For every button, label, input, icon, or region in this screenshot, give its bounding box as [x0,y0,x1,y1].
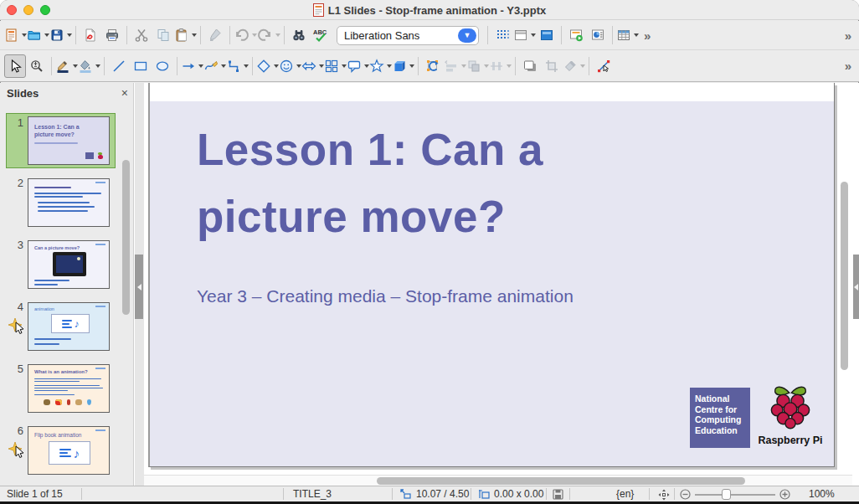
select-tool-button[interactable] [4,54,26,78]
document-modified-icon[interactable] [553,489,563,500]
slide-number: 6 [3,424,23,437]
slides-panel-scrollbar-thumb[interactable] [122,160,130,315]
flowchart-shapes-button[interactable] [324,54,347,78]
vertical-scrollbar[interactable] [841,83,849,475]
zoom-pan-button[interactable] [26,54,48,78]
insert-table-button[interactable] [616,23,639,47]
slide-6-thumbnail[interactable]: Flip book animation ♪ [28,426,110,475]
spelling-button[interactable]: ABC [310,23,332,47]
find-replace-button[interactable] [288,23,310,47]
print-button[interactable] [101,23,123,47]
zoom-level-status[interactable]: 100% [809,488,835,500]
start-slideshow-button[interactable] [565,23,587,47]
curves-polygons-button[interactable] [203,54,226,78]
distribute-button[interactable] [489,54,512,78]
font-dropdown-button[interactable]: ▼ [458,28,476,43]
cut-button[interactable] [131,23,152,47]
object-size-status[interactable]: 0.00 x 0.00 [494,488,543,500]
slide-1-thumbnail[interactable]: Lesson 1: Can a picture move? [28,116,110,165]
3d-objects-button[interactable] [392,54,414,78]
redo-button[interactable] [257,23,280,47]
zoom-slider-track[interactable] [695,494,775,496]
stars-banners-button[interactable] [369,54,392,78]
thumb-title: Flip book animation [34,432,81,438]
rectangle-button[interactable] [130,54,152,78]
master-slide-button[interactable] [536,23,558,47]
rotate-button[interactable] [422,54,444,78]
animation-star-indicator [8,441,27,460]
thumb-picture [53,252,86,276]
thumb-emoji-row [44,399,91,405]
block-arrows-button[interactable] [301,54,324,78]
new-document-button[interactable] [4,23,27,47]
font-name-value: Liberation Sans [344,29,419,42]
more-commands-chevron[interactable]: » [639,28,654,43]
crop-image-button[interactable] [541,54,563,78]
thumb-media-placeholder: ♪ [49,441,90,465]
copy-button[interactable] [152,23,174,47]
ncce-logo[interactable]: National Centre for Computing Education [690,388,750,448]
thumb-link-tag [95,368,105,369]
image-filter-button[interactable] [563,54,585,78]
fit-slide-icon[interactable] [658,489,670,501]
insert-chart-button[interactable] [587,23,609,47]
shadow-button[interactable] [519,54,541,78]
cursor-position-icon [400,489,411,499]
fill-color-button[interactable] [78,54,100,78]
standard-toolbar: ABC Liberation Sans ▼ » » [0,21,859,50]
cursor-position-status[interactable]: 10.07 / 4.50 [416,488,469,500]
font-name-combobox[interactable]: Liberation Sans ▼ [337,26,479,45]
thumb-title: Lesson 1: Can a picture move? [34,123,88,138]
zoom-slider-knob[interactable] [722,489,731,500]
slide-title-line2: picture move? [197,183,666,250]
slide-subtitle[interactable]: Year 3 – Creating media – Stop-frame ani… [197,286,574,306]
thumb-ncce-logo [85,152,94,159]
basic-shapes-button[interactable] [256,54,279,78]
align-objects-button[interactable] [444,54,466,78]
show-sidebar-handle[interactable] [853,255,859,319]
thumb-title: What is an animation? [34,369,88,374]
display-grid-button[interactable] [491,23,513,47]
slide-workspace: Lesson 1: Can a picture move? Year 3 – C… [144,83,852,486]
slides-panel: Slides × 1 Lesson 1: Can a picture move? [0,83,134,486]
text-language-status[interactable]: {en} [616,488,634,500]
display-views-button[interactable] [513,23,536,47]
export-pdf-button[interactable] [80,23,101,47]
hide-panel-handle[interactable] [135,255,143,319]
open-button[interactable] [27,23,49,47]
undo-button[interactable] [234,23,257,47]
insert-line-button[interactable] [108,54,130,78]
slide-3-thumbnail[interactable]: Can a picture move? [28,240,110,289]
zoom-in-icon[interactable] [779,489,790,500]
slides-panel-scrollbar[interactable] [122,108,130,476]
save-button[interactable] [49,23,72,47]
toolbar-options-chevron[interactable]: » [840,28,855,43]
edit-points-button[interactable] [593,54,615,78]
content-area: Slides × 1 Lesson 1: Can a picture move? [0,83,859,486]
slide-2-thumbnail[interactable] [28,178,110,227]
line-color-button[interactable] [55,54,78,78]
raspberry-pi-logo[interactable]: Raspberry Pi [758,383,823,448]
horizontal-scrollbar[interactable] [144,475,852,486]
more-commands-chevron[interactable]: » [840,59,855,73]
slide-4-thumbnail[interactable]: animation ♪ [28,302,110,351]
paste-button[interactable] [174,23,197,47]
slide-title[interactable]: Lesson 1: Can a picture move? [197,116,666,250]
clone-formatting-button[interactable] [204,23,226,47]
thumb-link-tag [95,429,105,431]
horizontal-scrollbar-thumb[interactable] [377,477,745,485]
symbol-shapes-button[interactable] [279,54,301,78]
vertical-scrollbar-thumb[interactable] [841,182,848,370]
callout-shapes-button[interactable] [347,54,369,78]
connectors-button[interactable] [226,54,249,78]
slide-5-thumbnail[interactable]: What is an animation? [28,364,110,413]
ellipse-button[interactable] [152,54,173,78]
animation-star-indicator [8,317,27,336]
zoom-out-icon[interactable] [680,489,691,500]
slide-canvas[interactable]: Lesson 1: Can a picture move? Year 3 – C… [148,83,835,467]
lines-arrows-button[interactable] [181,54,203,78]
slide-number: 2 [3,177,23,189]
arrange-button[interactable] [466,54,489,78]
slide-number: 1 [3,116,23,129]
slides-panel-close-icon[interactable]: × [121,86,128,100]
